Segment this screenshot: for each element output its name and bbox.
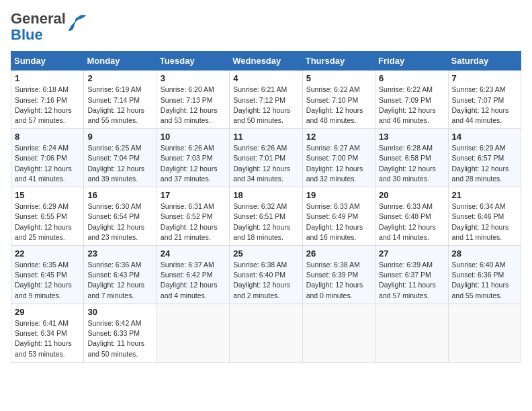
day-of-week-header: Thursday — [302, 52, 375, 71]
day-number: 12 — [306, 132, 371, 142]
calendar-cell: 9Sunrise: 6:25 AMSunset: 7:04 PMDaylight… — [84, 129, 157, 187]
day-info: Sunrise: 6:30 AMSunset: 6:54 PMDaylight:… — [87, 201, 152, 242]
day-of-week-header: Wednesday — [230, 52, 302, 71]
calendar-cell: 17Sunrise: 6:31 AMSunset: 6:52 PMDayligh… — [157, 187, 229, 246]
day-of-week-header: Friday — [375, 52, 448, 71]
day-info: Sunrise: 6:23 AMSunset: 7:07 PMDaylight:… — [452, 85, 517, 126]
calendar-cell: 10Sunrise: 6:26 AMSunset: 7:03 PMDayligh… — [157, 129, 229, 187]
calendar-cell: 28Sunrise: 6:40 AMSunset: 6:36 PMDayligh… — [448, 246, 521, 304]
day-number: 13 — [379, 132, 444, 142]
calendar-cell: 26Sunrise: 6:38 AMSunset: 6:39 PMDayligh… — [302, 246, 375, 304]
day-info: Sunrise: 6:22 AMSunset: 7:09 PMDaylight:… — [379, 85, 444, 126]
calendar-cell: 27Sunrise: 6:39 AMSunset: 6:37 PMDayligh… — [375, 246, 448, 304]
calendar-week-row: 15Sunrise: 6:29 AMSunset: 6:55 PMDayligh… — [11, 187, 521, 246]
logo: General Blue — [11, 11, 87, 43]
day-number: 15 — [15, 190, 80, 200]
calendar-week-row: 8Sunrise: 6:24 AMSunset: 7:06 PMDaylight… — [11, 129, 521, 187]
day-info: Sunrise: 6:37 AMSunset: 6:42 PMDaylight:… — [161, 260, 226, 301]
logo-text: General Blue — [11, 11, 66, 43]
calendar-week-row: 22Sunrise: 6:35 AMSunset: 6:45 PMDayligh… — [11, 246, 521, 304]
day-info: Sunrise: 6:21 AMSunset: 7:12 PMDaylight:… — [233, 85, 298, 126]
day-info: Sunrise: 6:33 AMSunset: 6:48 PMDaylight:… — [379, 201, 444, 242]
day-info: Sunrise: 6:22 AMSunset: 7:10 PMDaylight:… — [306, 85, 371, 126]
day-info: Sunrise: 6:38 AMSunset: 6:39 PMDaylight:… — [306, 260, 371, 301]
day-number: 5 — [306, 73, 371, 83]
day-info: Sunrise: 6:32 AMSunset: 6:51 PMDaylight:… — [233, 201, 298, 242]
calendar-cell: 30Sunrise: 6:42 AMSunset: 6:33 PMDayligh… — [84, 304, 157, 362]
day-number: 14 — [452, 132, 517, 142]
day-number: 1 — [15, 73, 80, 83]
day-info: Sunrise: 6:29 AMSunset: 6:57 PMDaylight:… — [452, 143, 517, 184]
day-of-week-header: Saturday — [448, 52, 521, 71]
day-info: Sunrise: 6:18 AMSunset: 7:16 PMDaylight:… — [15, 85, 80, 126]
day-info: Sunrise: 6:25 AMSunset: 7:04 PMDaylight:… — [87, 143, 152, 184]
day-number: 6 — [379, 73, 444, 83]
day-info: Sunrise: 6:26 AMSunset: 7:03 PMDaylight:… — [161, 143, 226, 184]
day-info: Sunrise: 6:29 AMSunset: 6:55 PMDaylight:… — [15, 201, 80, 242]
calendar-cell: 19Sunrise: 6:33 AMSunset: 6:49 PMDayligh… — [302, 187, 375, 246]
day-info: Sunrise: 6:34 AMSunset: 6:46 PMDaylight:… — [452, 201, 517, 242]
day-info: Sunrise: 6:39 AMSunset: 6:37 PMDaylight:… — [379, 260, 444, 301]
calendar-cell — [302, 304, 375, 362]
day-of-week-header: Sunday — [11, 52, 84, 71]
calendar-cell: 20Sunrise: 6:33 AMSunset: 6:48 PMDayligh… — [375, 187, 448, 246]
day-number: 26 — [306, 248, 371, 259]
day-info: Sunrise: 6:20 AMSunset: 7:13 PMDaylight:… — [161, 85, 226, 126]
day-info: Sunrise: 6:28 AMSunset: 6:58 PMDaylight:… — [379, 143, 444, 184]
day-number: 10 — [161, 132, 226, 142]
day-number: 8 — [15, 132, 80, 142]
calendar-cell: 1Sunrise: 6:18 AMSunset: 7:16 PMDaylight… — [11, 71, 84, 129]
day-number: 2 — [87, 73, 152, 83]
day-info: Sunrise: 6:24 AMSunset: 7:06 PMDaylight:… — [15, 143, 80, 184]
day-number: 11 — [233, 132, 298, 142]
calendar-cell: 18Sunrise: 6:32 AMSunset: 6:51 PMDayligh… — [230, 187, 302, 246]
calendar-cell: 4Sunrise: 6:21 AMSunset: 7:12 PMDaylight… — [230, 71, 302, 129]
day-info: Sunrise: 6:41 AMSunset: 6:34 PMDaylight:… — [15, 318, 80, 359]
calendar-cell: 29Sunrise: 6:41 AMSunset: 6:34 PMDayligh… — [11, 304, 84, 362]
day-of-week-header: Monday — [84, 52, 157, 71]
day-of-week-header: Tuesday — [157, 52, 229, 71]
day-number: 24 — [161, 248, 226, 259]
logo-bird-icon — [67, 13, 87, 35]
calendar-cell: 13Sunrise: 6:28 AMSunset: 6:58 PMDayligh… — [375, 129, 448, 187]
day-number: 19 — [306, 190, 371, 200]
calendar-cell — [230, 304, 302, 362]
calendar-week-row: 29Sunrise: 6:41 AMSunset: 6:34 PMDayligh… — [11, 304, 521, 362]
day-info: Sunrise: 6:19 AMSunset: 7:14 PMDaylight:… — [87, 85, 152, 126]
day-number: 29 — [15, 307, 80, 317]
calendar-cell: 22Sunrise: 6:35 AMSunset: 6:45 PMDayligh… — [11, 246, 84, 304]
day-number: 4 — [233, 73, 298, 83]
calendar-cell — [157, 304, 229, 362]
calendar-table: SundayMondayTuesdayWednesdayThursdayFrid… — [11, 51, 521, 362]
calendar-cell: 7Sunrise: 6:23 AMSunset: 7:07 PMDaylight… — [448, 71, 521, 129]
calendar-cell: 12Sunrise: 6:27 AMSunset: 7:00 PMDayligh… — [302, 129, 375, 187]
day-info: Sunrise: 6:27 AMSunset: 7:00 PMDaylight:… — [306, 143, 371, 184]
day-number: 30 — [87, 307, 152, 317]
day-number: 17 — [161, 190, 226, 200]
calendar-cell: 23Sunrise: 6:36 AMSunset: 6:43 PMDayligh… — [84, 246, 157, 304]
day-info: Sunrise: 6:35 AMSunset: 6:45 PMDaylight:… — [15, 260, 80, 301]
calendar-cell: 11Sunrise: 6:26 AMSunset: 7:01 PMDayligh… — [230, 129, 302, 187]
calendar-cell: 16Sunrise: 6:30 AMSunset: 6:54 PMDayligh… — [84, 187, 157, 246]
day-number: 22 — [15, 248, 80, 259]
day-number: 7 — [452, 73, 517, 83]
day-info: Sunrise: 6:26 AMSunset: 7:01 PMDaylight:… — [233, 143, 298, 184]
calendar-cell: 6Sunrise: 6:22 AMSunset: 7:09 PMDaylight… — [375, 71, 448, 129]
day-info: Sunrise: 6:36 AMSunset: 6:43 PMDaylight:… — [87, 260, 152, 301]
calendar-cell: 8Sunrise: 6:24 AMSunset: 7:06 PMDaylight… — [11, 129, 84, 187]
day-info: Sunrise: 6:31 AMSunset: 6:52 PMDaylight:… — [161, 201, 226, 242]
day-info: Sunrise: 6:38 AMSunset: 6:40 PMDaylight:… — [233, 260, 298, 301]
logo-general: General — [11, 10, 66, 27]
page-header: General Blue — [11, 11, 521, 43]
day-number: 23 — [87, 248, 152, 259]
calendar-cell: 5Sunrise: 6:22 AMSunset: 7:10 PMDaylight… — [302, 71, 375, 129]
calendar-cell: 15Sunrise: 6:29 AMSunset: 6:55 PMDayligh… — [11, 187, 84, 246]
day-number: 28 — [452, 248, 517, 259]
calendar-cell: 24Sunrise: 6:37 AMSunset: 6:42 PMDayligh… — [157, 246, 229, 304]
day-number: 9 — [87, 132, 152, 142]
day-info: Sunrise: 6:42 AMSunset: 6:33 PMDaylight:… — [87, 318, 152, 359]
calendar-cell: 2Sunrise: 6:19 AMSunset: 7:14 PMDaylight… — [84, 71, 157, 129]
logo-blue: Blue — [11, 26, 43, 43]
day-number: 18 — [233, 190, 298, 200]
calendar-cell — [448, 304, 521, 362]
